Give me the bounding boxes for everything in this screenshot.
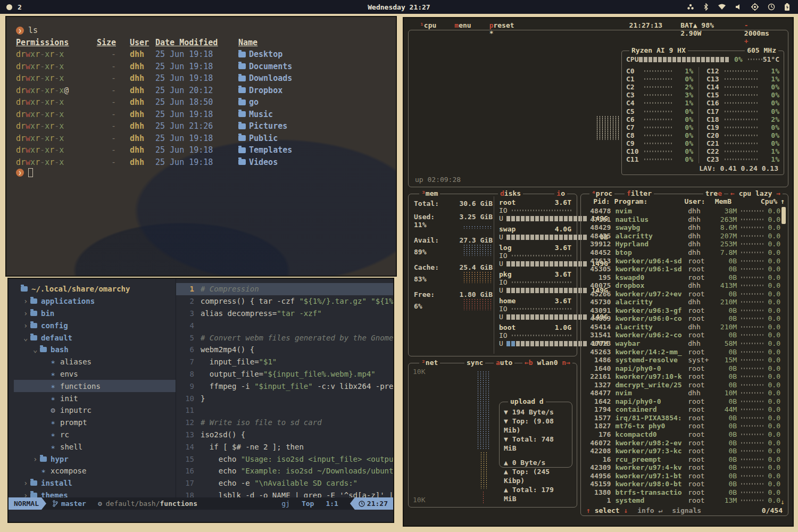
updates-icon[interactable]: [687, 3, 694, 11]
process-row-44889[interactable]: 44889kworker/u96:0-coroot 0B0.0: [584, 314, 780, 323]
process-row-40013[interactable]: 40013waybardhh 58M0.0: [584, 339, 780, 348]
signals-hint[interactable]: signals: [672, 506, 701, 514]
screen-record-icon[interactable]: [751, 3, 759, 11]
process-row-195[interactable]: 195kswapd0root 0B0.0: [584, 273, 780, 281]
tree-item-install[interactable]: › install: [14, 477, 176, 489]
process-row-46072[interactable]: 46072kworker/u98:2-evroot 0B0.0: [584, 438, 780, 447]
process-row-45266[interactable]: 45266kworker/u97:2+evroot 0B0.0: [584, 289, 780, 298]
proc-tree-toggle[interactable]: tree: [703, 189, 724, 197]
process-row-48477[interactable]: 48477nvimdhh 10M0.0: [584, 389, 780, 397]
wifi-icon[interactable]: [718, 4, 726, 10]
process-row-1640[interactable]: 1640napi/phy0-0root 0B0.0: [584, 364, 780, 372]
bluetooth-icon[interactable]: [703, 3, 709, 11]
io-mode-toggle[interactable]: io: [554, 189, 567, 197]
code-line-2[interactable]: 2compress() { tar -czf "${1%/}.tar.gz" "…: [176, 295, 393, 307]
process-row-45414[interactable]: 45414alacrittydhh 210M0.0: [584, 323, 780, 331]
code-line-15[interactable]: 15 echo "Usage: iso2sd <input_file> <out…: [176, 453, 393, 465]
tree-item-rc[interactable]: ∗rc: [14, 429, 176, 441]
process-row-31541[interactable]: 31541kworker/u96:2-coroot 0B0.0: [584, 331, 780, 339]
process-row-1794[interactable]: 1794containerdroot 44M0.0: [584, 405, 780, 414]
tree-item-themes[interactable]: › themes: [14, 489, 176, 497]
net-interface-switcher[interactable]: ←b wlan0 n→: [522, 359, 572, 367]
process-row-1486[interactable]: 1486systemd-resolvesyst+ 15M0.0: [584, 356, 780, 364]
process-row-39912[interactable]: 39912Hyprlanddhh 253M0.0: [584, 240, 780, 248]
tree-item-xcompose[interactable]: ∗xcompose: [14, 465, 176, 477]
process-row-42309[interactable]: 42309kworker/u97:4-kvroot 0B0.0: [584, 463, 780, 472]
code-line-6[interactable]: 6webm2mp4() {: [176, 344, 393, 356]
net-auto-toggle[interactable]: auto: [494, 359, 514, 367]
select-hint[interactable]: ↑ select ↓: [586, 506, 628, 514]
tree-item-envs[interactable]: ∗envs: [14, 368, 176, 380]
clock[interactable]: Wednesday 21:27: [0, 3, 798, 11]
volume-icon[interactable]: [735, 4, 742, 10]
process-row-22161[interactable]: 22161kworker/u97:10-kroot 0B0.0: [584, 372, 780, 381]
proc-filter-button[interactable]: filter: [625, 189, 654, 197]
idle-inhibitor-icon[interactable]: [768, 3, 775, 11]
process-row-1[interactable]: 1systemdroot 13M0.0: [584, 496, 780, 505]
tree-item-functions[interactable]: ∗functions: [14, 380, 176, 392]
battery-icon[interactable]: [784, 3, 791, 11]
code-line-8[interactable]: 8 output_file="${input_file%.webm}.mp4": [176, 368, 393, 380]
editor-panel[interactable]: 1# Compression 2compress() { tar -czf "$…: [176, 279, 393, 497]
git-branch[interactable]: master: [53, 500, 86, 508]
tree-item-config[interactable]: › config: [14, 319, 176, 331]
process-row-48452[interactable]: 48452btopdhh 7.8M0.0: [584, 248, 780, 257]
tree-item-prompt[interactable]: ∗prompt: [14, 417, 176, 429]
process-row-47613[interactable]: 47613kworker/u96:4-sdroot 0B0.0: [584, 256, 780, 265]
proc-scrollbar[interactable]: [782, 207, 786, 224]
info-hint[interactable]: info ↵: [637, 506, 662, 514]
tree-item-init[interactable]: ∗init: [14, 392, 176, 404]
tree-item-hypr[interactable]: › hypr: [14, 453, 176, 465]
btop-window[interactable]: ¹cpu menu preset * 21:27:13 BAT▲ 98% 2.9…: [403, 17, 794, 527]
process-list[interactable]: 48478nvimdhh 38M0.0 47161nautilusdhh 263…: [584, 207, 780, 505]
code-line-5[interactable]: 5# Convert webm files generated by the G…: [176, 331, 393, 344]
process-row-1827[interactable]: 1827mt76-tx phy0root 0B0.0: [584, 422, 780, 430]
proc-header-row[interactable]: Pid: Program: User: MemB Cpu% ↑: [584, 197, 785, 205]
process-row-47161[interactable]: 47161nautilusdhh 263M0.0: [584, 215, 780, 224]
tree-item-default[interactable]: ⌄ default: [14, 331, 176, 344]
terminal-window-ls[interactable]: ❯ ls PermissionsSizeUserDate ModifiedNam…: [5, 16, 397, 277]
process-row-48478[interactable]: 48478nvimdhh 38M0.0: [584, 207, 780, 215]
process-row-1380[interactable]: 1380btrfs-transactioroot 0B0.0: [584, 488, 780, 497]
tree-item-~/.local/share/omarchy[interactable]: ~/.local/share/omarchy: [14, 283, 176, 295]
code-line-14[interactable]: 14 if [ $# -ne 2 ]; then: [176, 440, 393, 453]
tree-item-inputrc[interactable]: ⚙inputrc: [14, 404, 176, 417]
code-line-4[interactable]: 4: [176, 319, 393, 331]
code-line-1[interactable]: 1# Compression: [176, 283, 393, 295]
process-row-1577[interactable]: 1577irq/81-PIXA3854:root 0B0.0: [584, 414, 780, 422]
process-row-45263[interactable]: 45263kworker/14:2-mm_root 0B0.0: [584, 347, 780, 356]
process-row-48435[interactable]: 48435alacrittydhh 207M0.0: [584, 232, 780, 240]
code-line-7[interactable]: 7 input_file="$1": [176, 356, 393, 368]
process-row-16[interactable]: 16rcu_preemptroot 0B0.0: [584, 455, 780, 463]
scroll-down-arrow[interactable]: ↓: [780, 498, 785, 506]
code-line-9[interactable]: 9 ffmpeg -i "$input_file" -c:v libx264 -…: [176, 380, 393, 392]
code-line-16[interactable]: 16 echo "Example: iso2sd ~/Downloads/ubu…: [176, 465, 393, 477]
code-line-17[interactable]: 17 echo -e "\nAvailable SD cards:": [176, 477, 393, 489]
process-row-44956[interactable]: 44956kworker/u97:1-btroot 0B0.0: [584, 472, 780, 480]
tree-item-shell[interactable]: ∗shell: [14, 440, 176, 453]
process-row-45730[interactable]: 45730alacrittydhh 210M0.0: [584, 298, 780, 306]
proc-sort-switcher[interactable]: ← cpu lazy →: [728, 189, 783, 197]
process-row-176[interactable]: 176kcompactd0root 0B0.0: [584, 430, 780, 439]
process-row-45159[interactable]: 45159kworker/u98:0-btroot 0B0.0: [584, 480, 780, 488]
neovim-window[interactable]: ~/.local/share/omarchy › applications › …: [7, 278, 394, 523]
tree-item-applications[interactable]: › applications: [14, 295, 176, 307]
process-row-40075[interactable]: 40075dropboxdhh 413M0.0: [584, 281, 780, 290]
process-row-48429[interactable]: 48429swaybgdhh 8.6M0.0: [584, 223, 780, 232]
tree-item-aliases[interactable]: ∗aliases: [14, 356, 176, 368]
code-line-18[interactable]: 18 lsblk -d -o NAME | grep -E '^sd[a-z]'…: [176, 489, 393, 497]
tree-item-bin[interactable]: › bin: [14, 307, 176, 320]
code-line-13[interactable]: 13iso2sd() {: [176, 429, 393, 441]
code-line-11[interactable]: 11: [176, 404, 393, 417]
process-row-42208[interactable]: 42208kworker/u97:3-kcroot 0B0.0: [584, 447, 780, 455]
process-row-1327[interactable]: 1327dmcrypt_write/25root 0B0.0: [584, 380, 780, 389]
code-line-10[interactable]: 10}: [176, 392, 393, 404]
code-line-3[interactable]: 3alias decompress="tar -xzf": [176, 307, 393, 320]
tree-item-bash[interactable]: ⌄ bash: [14, 344, 176, 356]
shell-prompt-empty[interactable]: ❯: [16, 168, 396, 177]
process-row-45305[interactable]: 45305kworker/u96:1-sdroot 0B0.0: [584, 265, 780, 273]
code-line-12[interactable]: 12# Write iso file to sd card: [176, 417, 393, 429]
net-sync-toggle[interactable]: sync: [464, 359, 485, 367]
process-row-1642[interactable]: 1642napi/phy0-0root 0B0.0: [584, 397, 780, 406]
disks-title[interactable]: disks: [498, 189, 523, 197]
